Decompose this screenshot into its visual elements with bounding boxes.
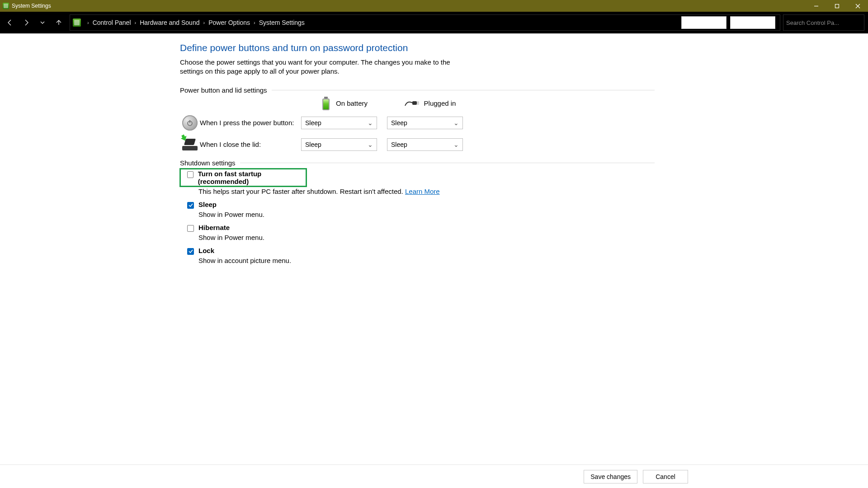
- checkbox-sleep[interactable]: [187, 202, 194, 209]
- dropdown-lid-battery[interactable]: Sleep⌄: [301, 138, 377, 151]
- up-button[interactable]: [51, 14, 67, 31]
- section-shutdown: Shutdown settings: [180, 159, 655, 167]
- row-close-lid-label: When I close the lid:: [200, 141, 301, 148]
- option-sleep-label: Sleep: [198, 201, 217, 208]
- window-title: System Settings: [12, 3, 51, 9]
- content: Define power buttons and turn on passwor…: [180, 42, 655, 264]
- recent-locations-button[interactable]: [34, 14, 51, 31]
- refresh-button[interactable]: [730, 16, 775, 29]
- lid-icon: [182, 139, 198, 150]
- row-power-button: When I press the power button: Sleep⌄ Sl…: [180, 112, 655, 134]
- option-fast-startup-label: Turn on fast startup (recommended): [198, 170, 303, 185]
- chevron-right-icon: ›: [135, 20, 137, 25]
- dropdown-lid-plugged[interactable]: Sleep⌄: [387, 138, 463, 151]
- option-lock: Lock: [180, 246, 655, 256]
- checkbox-lock[interactable]: [187, 248, 194, 255]
- save-button[interactable]: Save changes: [584, 470, 637, 483]
- option-fast-startup-sub: This helps start your PC faster after sh…: [198, 188, 655, 195]
- battery-icon: [321, 97, 331, 110]
- columns-header: On battery Plugged in: [180, 97, 655, 110]
- navbar: › Control Panel › Hardware and Sound › P…: [0, 12, 868, 33]
- checkbox-fast-startup[interactable]: [187, 171, 193, 178]
- search-box[interactable]: [783, 14, 864, 31]
- minimize-button[interactable]: [806, 0, 826, 12]
- chevron-down-icon: ⌄: [368, 119, 373, 127]
- chevron-right-icon: ›: [203, 20, 205, 25]
- option-hibernate-label: Hibernate: [198, 224, 230, 231]
- control-panel-icon: [73, 19, 81, 27]
- checkbox-hibernate[interactable]: [187, 225, 194, 232]
- section-power-lid-label: Power button and lid settings: [180, 86, 267, 94]
- row-close-lid: When I close the lid: Sleep⌄ Sleep⌄: [180, 134, 655, 155]
- page: Define power buttons and turn on passwor…: [0, 33, 868, 465]
- option-fast-startup-sub-text: This helps start your PC faster after sh…: [198, 188, 403, 195]
- close-button[interactable]: [847, 0, 868, 12]
- breadcrumb-system-settings[interactable]: System Settings: [259, 19, 305, 26]
- dropdown-power-plugged[interactable]: Sleep⌄: [387, 117, 463, 129]
- forward-button[interactable]: [18, 14, 34, 31]
- plug-icon: [404, 99, 420, 108]
- page-title: Define power buttons and turn on passwor…: [180, 42, 655, 53]
- chevron-right-icon: ›: [87, 20, 89, 25]
- svg-rect-6: [412, 101, 417, 105]
- dropdown-power-battery[interactable]: Sleep⌄: [301, 117, 377, 129]
- row-power-button-label: When I press the power button:: [200, 119, 301, 127]
- dropdown-value: Sleep: [391, 119, 407, 127]
- divider: [240, 163, 655, 163]
- search-input[interactable]: [786, 19, 862, 26]
- svg-rect-1: [835, 4, 839, 8]
- app-icon: [3, 3, 9, 9]
- breadcrumb-power-options[interactable]: Power Options: [208, 19, 250, 26]
- option-sleep: Sleep: [180, 200, 655, 210]
- chevron-down-icon: ⌄: [453, 141, 459, 148]
- option-fast-startup: Turn on fast startup (recommended): [180, 169, 307, 187]
- option-hibernate-sub: Show in Power menu.: [198, 234, 655, 241]
- divider: [272, 90, 655, 90]
- address-bar[interactable]: › Control Panel › Hardware and Sound › P…: [70, 14, 780, 31]
- maximize-button[interactable]: [826, 0, 847, 12]
- option-hibernate: Hibernate: [180, 223, 655, 233]
- address-dropdown-button[interactable]: [681, 16, 726, 29]
- dropdown-value: Sleep: [305, 141, 321, 148]
- learn-more-link[interactable]: Learn More: [405, 188, 440, 195]
- chevron-right-icon: ›: [254, 20, 255, 25]
- column-battery-label: On battery: [336, 99, 368, 107]
- option-sleep-sub: Show in Power menu.: [198, 211, 655, 218]
- chevron-down-icon: ⌄: [453, 119, 459, 127]
- breadcrumb-hardware[interactable]: Hardware and Sound: [140, 19, 199, 26]
- section-shutdown-label: Shutdown settings: [180, 159, 236, 167]
- power-icon: [182, 115, 198, 131]
- chevron-down-icon: ⌄: [368, 141, 373, 148]
- option-lock-label: Lock: [198, 247, 214, 254]
- titlebar: System Settings: [0, 0, 868, 12]
- dropdown-value: Sleep: [305, 119, 321, 127]
- dropdown-value: Sleep: [391, 141, 407, 148]
- footer: Save changes Cancel: [0, 465, 868, 488]
- breadcrumb-root[interactable]: Control Panel: [93, 19, 131, 26]
- cancel-button[interactable]: Cancel: [643, 470, 688, 483]
- option-lock-sub: Show in account picture menu.: [198, 257, 655, 264]
- page-description: Choose the power settings that you want …: [180, 58, 470, 76]
- back-button[interactable]: [2, 14, 18, 31]
- column-plugged-label: Plugged in: [424, 99, 456, 107]
- section-power-lid: Power button and lid settings: [180, 86, 655, 94]
